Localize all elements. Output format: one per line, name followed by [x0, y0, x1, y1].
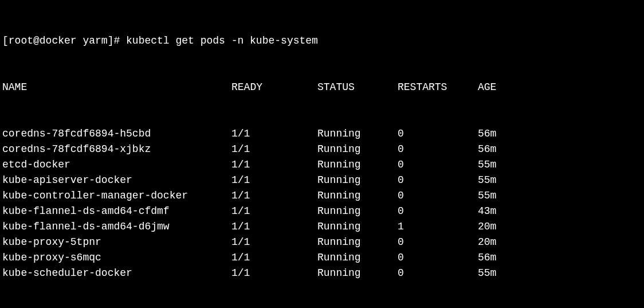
pod-status: Running [317, 266, 398, 281]
pod-status: Running [317, 157, 398, 173]
table-row: kube-scheduler-docker1/1Running055m [2, 266, 642, 281]
pod-age: 56m [478, 126, 496, 142]
pod-restarts: 0 [398, 157, 478, 173]
pod-status: Running [317, 219, 398, 235]
pod-restarts: 0 [398, 173, 478, 188]
pod-status: Running [317, 126, 398, 142]
pod-ready: 1/1 [231, 235, 317, 250]
pod-restarts: 0 [398, 188, 478, 204]
pod-restarts: 0 [398, 142, 478, 157]
pod-age: 56m [478, 142, 496, 157]
col-header-name: NAME [2, 80, 231, 95]
col-header-age: AGE [478, 80, 496, 95]
pod-name: coredns-78fcdf6894-xjbkz [2, 142, 231, 157]
pod-name: kube-controller-manager-docker [2, 188, 231, 204]
pod-age: 43m [478, 204, 496, 219]
pod-name: kube-flannel-ds-amd64-d6jmw [2, 219, 231, 235]
pod-ready: 1/1 [231, 126, 317, 142]
prompt-line-1: [root@docker yarm]# kubectl get pods -n … [2, 33, 642, 49]
pod-ready: 1/1 [231, 173, 317, 188]
pod-age: 20m [478, 235, 496, 250]
pod-restarts: 0 [398, 126, 478, 142]
pods-table-rows: coredns-78fcdf6894-h5cbd1/1Running056mco… [2, 126, 642, 281]
pod-restarts: 1 [398, 219, 478, 235]
pod-name: kube-proxy-5tpnr [2, 235, 231, 250]
pod-restarts: 0 [398, 235, 478, 250]
pod-restarts: 0 [398, 250, 478, 266]
table-row: coredns-78fcdf6894-xjbkz1/1Running056m [2, 142, 642, 157]
pod-status: Running [317, 235, 398, 250]
col-header-status: STATUS [317, 80, 398, 95]
pod-ready: 1/1 [231, 250, 317, 266]
pod-status: Running [317, 188, 398, 204]
pods-table-header: NAMEREADYSTATUSRESTARTSAGE [2, 80, 642, 95]
pod-ready: 1/1 [231, 219, 317, 235]
pod-age: 56m [478, 250, 496, 266]
pod-age: 55m [478, 266, 496, 281]
table-row: kube-controller-manager-docker1/1Running… [2, 188, 642, 204]
table-row: kube-proxy-5tpnr1/1Running020m [2, 235, 642, 250]
pod-ready: 1/1 [231, 188, 317, 204]
table-row: kube-flannel-ds-amd64-cfdmf1/1Running043… [2, 204, 642, 219]
pod-restarts: 0 [398, 204, 478, 219]
pod-name: kube-proxy-s6mqc [2, 250, 231, 266]
terminal-output: [root@docker yarm]# kubectl get pods -n … [2, 2, 642, 308]
pod-status: Running [317, 142, 398, 157]
pod-ready: 1/1 [231, 157, 317, 173]
table-row: kube-proxy-s6mqc1/1Running056m [2, 250, 642, 266]
pod-age: 20m [478, 219, 496, 235]
pod-ready: 1/1 [231, 142, 317, 157]
table-row: kube-flannel-ds-amd64-d6jmw1/1Running120… [2, 219, 642, 235]
shell-prompt: [root@docker yarm]# [2, 33, 120, 49]
table-row: etcd-docker1/1Running055m [2, 157, 642, 173]
pod-ready: 1/1 [231, 266, 317, 281]
command-text: kubectl get pods -n kube-system [120, 33, 318, 49]
pod-status: Running [317, 204, 398, 219]
pod-name: kube-flannel-ds-amd64-cfdmf [2, 204, 231, 219]
col-header-ready: READY [231, 80, 317, 95]
table-row: kube-apiserver-docker1/1Running055m [2, 173, 642, 188]
pod-status: Running [317, 173, 398, 188]
col-header-restarts: RESTARTS [398, 80, 478, 95]
pod-age: 55m [478, 157, 496, 173]
pod-age: 55m [478, 173, 496, 188]
pod-name: kube-apiserver-docker [2, 173, 231, 188]
pod-age: 55m [478, 188, 496, 204]
table-row: coredns-78fcdf6894-h5cbd1/1Running056m [2, 126, 642, 142]
pod-name: coredns-78fcdf6894-h5cbd [2, 126, 231, 142]
pod-status: Running [317, 250, 398, 266]
pod-name: etcd-docker [2, 157, 231, 173]
pod-ready: 1/1 [231, 204, 317, 219]
pod-name: kube-scheduler-docker [2, 266, 231, 281]
pod-restarts: 0 [398, 266, 478, 281]
